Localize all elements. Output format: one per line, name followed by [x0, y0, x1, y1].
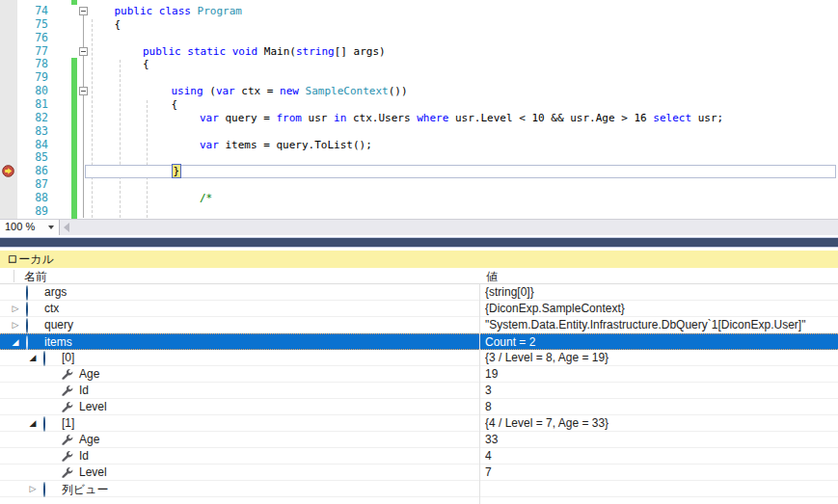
line-number: 87 [17, 178, 48, 192]
variable-name: ctx [44, 302, 59, 315]
column-header-value[interactable]: 値 [486, 269, 498, 285]
code-line-77[interactable]: 77public static void Main(string[] args) [0, 45, 838, 59]
object-icon [26, 303, 39, 315]
change-tracking-bar [71, 192, 77, 205]
code-line-82[interactable]: 82var query = from usr in ctx.Users wher… [0, 112, 838, 125]
locals-row-query[interactable]: ▷query"System.Data.Entity.Infrastructure… [0, 317, 838, 333]
code-line-87[interactable]: 87 [0, 178, 838, 192]
variable-name: items [44, 335, 72, 349]
current-statement-box [85, 165, 836, 178]
locals-row-[1][interactable]: ◢[1]{4 / Level = 7, Age = 33} [0, 415, 838, 432]
code-text: public class Program [115, 5, 242, 18]
code-line-75[interactable]: 75{ [0, 18, 838, 32]
variable-value: 7 [485, 465, 834, 479]
variable-name: Age [79, 433, 99, 446]
code-line-81[interactable]: 81{ [0, 98, 838, 112]
locals-row-Level[interactable]: Level8 [0, 399, 838, 415]
line-number: 78 [17, 58, 48, 71]
object-icon [26, 336, 39, 349]
variable-name: query [44, 318, 73, 332]
column-header-name[interactable]: 名前 [24, 269, 47, 285]
code-line-83[interactable]: 83 [0, 125, 838, 139]
locals-header-row: 名前 値 [0, 268, 838, 284]
horizontal-scrollbar[interactable] [60, 220, 838, 235]
code-line-89[interactable]: 89 [0, 205, 838, 219]
line-number: 75 [17, 18, 48, 32]
locals-window-title[interactable]: ローカル [0, 251, 838, 268]
locals-row-Level[interactable]: Level7 [0, 464, 838, 481]
object-icon [26, 319, 39, 332]
code-text: } [172, 165, 182, 178]
locals-row-Age[interactable]: Age19 [0, 366, 838, 383]
code-line-88[interactable]: 88/* [0, 192, 838, 205]
variable-name: Age [79, 367, 99, 381]
change-tracking-bar [71, 85, 77, 98]
code-text: var query = from usr in ctx.Users where … [200, 112, 723, 125]
scroll-left-icon[interactable] [64, 223, 69, 232]
locals-row-ctx[interactable]: ▷ctx{DiconExp.SampleContext} [0, 301, 838, 317]
locals-row-[0][interactable]: ◢[0]{3 / Level = 8, Age = 19} [0, 350, 838, 366]
fold-collapse-icon[interactable] [79, 7, 88, 15]
code-line-76[interactable]: 76 [0, 32, 838, 45]
change-tracking-bar [71, 165, 77, 178]
locals-row-Age[interactable]: Age33 [0, 432, 838, 448]
change-tracking-bar [71, 151, 77, 165]
variable-value: {3 / Level = 8, Age = 19} [485, 351, 834, 364]
expand-expanded-icon[interactable]: ◢ [28, 418, 38, 428]
variable-name: Level [79, 465, 107, 479]
locals-empty-area [0, 497, 838, 504]
property-wrench-icon [61, 401, 73, 413]
locals-row-Id[interactable]: Id3 [0, 383, 838, 399]
code-line-74[interactable]: 74public class Program [0, 5, 838, 18]
fold-collapse-icon[interactable] [79, 87, 88, 95]
code-line-80[interactable]: 80using (var ctx = new SampleContext()) [0, 85, 838, 98]
variable-value: {string[0]} [485, 285, 834, 299]
change-tracking-bar [71, 178, 77, 192]
change-tracking-bar [71, 112, 77, 125]
zoom-value: 100 % [5, 221, 35, 232]
code-text: { [143, 58, 149, 71]
line-number: 77 [17, 45, 48, 59]
property-wrench-icon [61, 434, 73, 446]
object-icon [43, 417, 56, 430]
line-number: 80 [17, 85, 48, 98]
locals-row-items[interactable]: ◢itemsCount = 2 [0, 333, 838, 350]
locals-row-args[interactable]: args{string[0]} [0, 284, 838, 301]
variable-name: 列ビュー [62, 482, 109, 498]
code-text: /* [200, 192, 212, 205]
expand-collapsed-icon[interactable]: ▷ [11, 320, 20, 330]
zoom-select[interactable]: 100 % [0, 220, 60, 235]
code-text: var items = query.ToList(); [200, 139, 372, 152]
line-number: 79 [17, 71, 48, 85]
variable-value: 3 [485, 384, 834, 397]
line-number: 81 [17, 98, 48, 112]
locals-window: ローカル 名前 値 args{string[0]}▷ctx{DiconExp.S… [0, 251, 838, 504]
change-tracking-bar [71, 139, 77, 152]
chevron-down-icon [48, 225, 54, 229]
code-text: using (var ctx = new SampleContext()) [172, 85, 408, 98]
variable-value: 19 [485, 367, 834, 381]
expand-collapsed-icon[interactable]: ▷ [28, 484, 38, 493]
fold-collapse-icon[interactable] [79, 47, 88, 56]
window-splitter[interactable] [0, 237, 838, 251]
column-divider[interactable] [479, 284, 480, 504]
code-line-86[interactable]: 86} [0, 165, 838, 178]
line-number: 88 [17, 192, 48, 205]
code-line-84[interactable]: 84var items = query.ToList(); [0, 139, 838, 152]
expand-collapsed-icon[interactable]: ▷ [11, 304, 20, 313]
property-wrench-icon [61, 450, 73, 463]
code-text: { [172, 98, 178, 112]
change-tracking-bar [71, 125, 77, 139]
change-tracking-bar [71, 71, 77, 85]
code-line-79[interactable]: 79 [0, 71, 838, 85]
code-editor[interactable]: 74public class Program75{7677public stat… [0, 0, 838, 219]
variable-value: "System.Data.Entity.Infrastructure.DbQue… [485, 318, 834, 332]
line-number: 84 [17, 139, 48, 152]
locals-row-列ビュー[interactable]: ▷列ビュー [0, 481, 838, 497]
code-line-85[interactable]: 85 [0, 151, 838, 165]
code-line-78[interactable]: 78{ [0, 58, 838, 71]
expand-expanded-icon[interactable]: ◢ [11, 337, 20, 347]
expand-expanded-icon[interactable]: ◢ [28, 353, 38, 362]
change-tracking-bar [71, 58, 77, 71]
locals-row-Id[interactable]: Id4 [0, 448, 838, 464]
